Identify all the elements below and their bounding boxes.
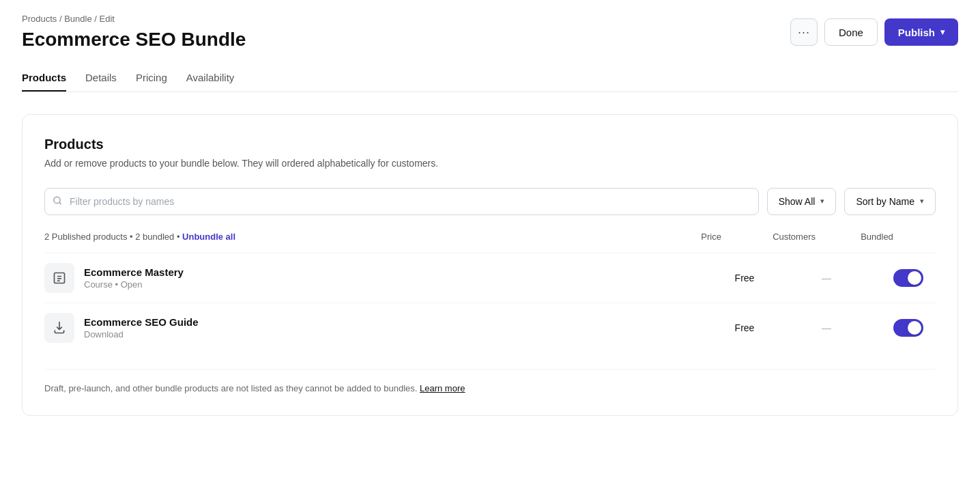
breadcrumb-bundle[interactable]: Bundle <box>64 14 91 24</box>
learn-more-link[interactable]: Learn more <box>420 383 465 393</box>
show-all-label: Show All <box>779 196 816 207</box>
product-price-ecommerce-seo-guide: Free <box>724 322 765 333</box>
more-options-button[interactable]: ··· <box>790 18 818 46</box>
product-info-ecommerce-seo-guide: Ecommerce SEO Guide Download <box>84 316 724 339</box>
search-icon <box>53 195 62 207</box>
list-meta: 2 Published products • 2 bundled • Unbun… <box>44 232 936 242</box>
product-bundled-col-ecommerce-mastery <box>888 269 929 287</box>
publish-chevron-icon: ▾ <box>940 27 945 37</box>
product-cols-ecommerce-mastery: Free — <box>724 269 936 287</box>
search-wrapper <box>44 188 759 215</box>
product-meta-ecommerce-seo-guide: Download <box>84 329 724 339</box>
unbundle-all-link[interactable]: Unbundle all <box>182 232 235 242</box>
product-bundled-col-ecommerce-seo-guide <box>888 319 929 337</box>
publish-label: Publish <box>898 27 935 38</box>
breadcrumb-sep2: / <box>94 14 99 24</box>
tab-details[interactable]: Details <box>85 65 117 92</box>
list-item: Ecommerce SEO Guide Download Free — <box>44 303 936 352</box>
header-left: Products / Bundle / Edit Ecommerce SEO B… <box>22 14 246 51</box>
product-customers-ecommerce-mastery: — <box>806 273 847 283</box>
product-icon-ecommerce-mastery <box>44 263 74 293</box>
main-content: Products Add or remove products to your … <box>22 92 958 438</box>
tab-bar: Products Details Pricing Availability <box>22 65 958 92</box>
column-headers: Price Customers Bundled <box>691 232 936 242</box>
show-all-dropdown[interactable]: Show All ▾ <box>767 188 837 215</box>
page-title: Ecommerce SEO Bundle <box>22 28 246 51</box>
products-list: Ecommerce Mastery Course • Open Free — E… <box>44 253 936 352</box>
product-bundled-toggle-ecommerce-mastery[interactable] <box>893 269 923 287</box>
product-cols-ecommerce-seo-guide: Free — <box>724 319 936 337</box>
price-column-header: Price <box>691 232 732 242</box>
product-meta-ecommerce-mastery: Course • Open <box>84 279 724 290</box>
svg-line-1 <box>59 202 61 204</box>
search-input[interactable] <box>44 188 759 215</box>
product-icon-ecommerce-seo-guide <box>44 313 74 343</box>
product-price-ecommerce-mastery: Free <box>724 273 765 283</box>
tab-pricing[interactable]: Pricing <box>136 65 167 92</box>
list-item: Ecommerce Mastery Course • Open Free — <box>44 253 936 303</box>
breadcrumb-edit[interactable]: Edit <box>100 14 115 24</box>
header-actions: ··· Done Publish ▾ <box>790 18 958 46</box>
sort-by-label: Sort by Name <box>856 196 914 207</box>
breadcrumb: Products / Bundle / Edit <box>22 14 246 24</box>
products-card: Products Add or remove products to your … <box>22 114 958 416</box>
tab-availability[interactable]: Availability <box>186 65 235 92</box>
breadcrumb-products[interactable]: Products <box>22 14 57 24</box>
customers-column-header: Customers <box>773 232 816 242</box>
tab-products[interactable]: Products <box>22 65 66 92</box>
product-info-ecommerce-mastery: Ecommerce Mastery Course • Open <box>84 266 724 290</box>
footer-note: Draft, pre-launch, and other bundle prod… <box>44 369 936 393</box>
show-all-chevron-icon: ▾ <box>820 197 824 206</box>
product-customers-ecommerce-seo-guide: — <box>806 322 847 333</box>
filter-row: Show All ▾ Sort by Name ▾ <box>44 188 936 215</box>
card-title: Products <box>44 137 936 152</box>
sort-by-dropdown[interactable]: Sort by Name ▾ <box>844 188 936 215</box>
sort-chevron-icon: ▾ <box>920 197 924 206</box>
product-name-ecommerce-seo-guide: Ecommerce SEO Guide <box>84 316 724 328</box>
product-bundled-toggle-ecommerce-seo-guide[interactable] <box>893 319 923 337</box>
footer-note-text: Draft, pre-launch, and other bundle prod… <box>44 383 417 393</box>
publish-button[interactable]: Publish ▾ <box>884 18 958 46</box>
card-description: Add or remove products to your bundle be… <box>44 158 936 169</box>
product-name-ecommerce-mastery: Ecommerce Mastery <box>84 266 724 278</box>
bundled-column-header: Bundled <box>856 232 897 242</box>
list-summary-text: 2 Published products • 2 bundled • <box>44 232 182 242</box>
done-button[interactable]: Done <box>824 18 878 46</box>
list-meta-summary: 2 Published products • 2 bundled • Unbun… <box>44 232 235 242</box>
page-header: Products / Bundle / Edit Ecommerce SEO B… <box>22 0 958 51</box>
